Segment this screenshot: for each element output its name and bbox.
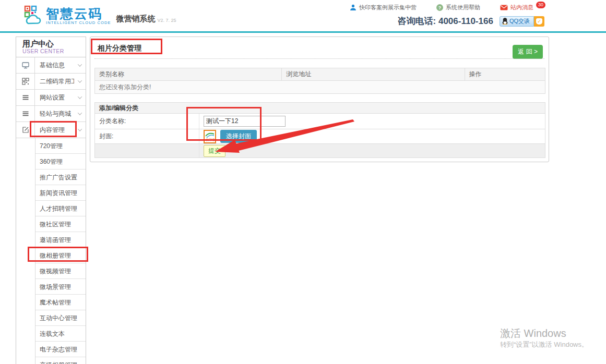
sidebar-subitem-720[interactable]: 720管理 [16, 138, 86, 154]
logo: 智慧云码 INTELLIGENT CLOUD CODE 微营销系统 V2. 7.… [24, 5, 176, 25]
sidebar-header: 用户中心 USER CENTER [16, 37, 86, 57]
mail-icon [500, 5, 508, 10]
sidebar-subitem-interaction[interactable]: 互动中心管理 [16, 310, 86, 326]
table-empty-row: 您还没有添加分类! [95, 81, 545, 94]
sidebar-subitem-promo-ads[interactable]: 推广广告设置 [16, 169, 86, 185]
qrcode-icon [16, 74, 35, 89]
empty-message: 您还没有添加分类! [95, 81, 545, 94]
sidebar-subitem-magic-post[interactable]: 魔术帖管理 [16, 295, 86, 310]
form-submit-row: 提交 [95, 144, 545, 158]
sidebar-title: 用户中心 [22, 39, 86, 48]
help-label: 系统使用帮助 [446, 4, 480, 11]
case-center-link[interactable]: 快印客案例展示集中营 [350, 4, 417, 11]
annotation-box-form-fields [186, 107, 262, 141]
verified-check-icon: ✓ [536, 18, 542, 25]
sidebar-subitem-community[interactable]: 微社区管理 [16, 216, 86, 232]
help-link[interactable]: ? 系统使用帮助 [436, 4, 480, 11]
brand-tagline: INTELLIGENT CLOUD CODE [46, 20, 111, 25]
sidebar-menu: 基础信息 二维码常用工具 网站设置 轻站与商城 内容管理 720管理 360管理… [16, 57, 86, 364]
sidebar-item-qrcode-tools[interactable]: 二维码常用工具 [16, 74, 86, 90]
windows-activation-subtitle: 转到“设置”以激活 Windows。 [500, 340, 588, 349]
col-category-name: 类别名称 [95, 68, 282, 81]
sidebar-subitem-360[interactable]: 360管理 [16, 154, 86, 169]
consult-phone: 咨询电话: 4006-110-166 [398, 15, 493, 27]
category-name-label: 分类名称: [95, 114, 199, 129]
qq-chat-button[interactable]: QQ交谈 ✓ [500, 16, 544, 27]
sidebar-subitem-e-magazine[interactable]: 电子杂志管理 [16, 342, 86, 357]
annotation-box-content-mgmt [30, 121, 77, 137]
top-header: 智慧云码 INTELLIGENT CLOUD CODE 微营销系统 V2. 7.… [0, 0, 606, 31]
chevron-down-icon [74, 74, 86, 89]
case-center-label: 快印客案例展示集中营 [359, 4, 417, 11]
sidebar-subitem-serial-text[interactable]: 连载文本 [16, 326, 86, 342]
sidebar-subitem-advanced-album[interactable]: 高级相册管理 [16, 357, 86, 364]
header-phone-row: 咨询电话: 4006-110-166 QQ交谈 ✓ [398, 15, 544, 27]
header-links: 快印客案例展示集中营 ? 系统使用帮助 站内消息 30 [350, 4, 545, 11]
sidebar-subitem-recruit[interactable]: 人才招聘管理 [16, 201, 86, 216]
list-icon [16, 90, 35, 105]
photo-category-panel: 相片分类管理 返 回 > 类别名称 浏览地址 操作 您还没有添加分类! 添加/编… [90, 37, 549, 162]
sidebar-item-basic-info[interactable]: 基础信息 [16, 57, 86, 74]
sidebar-subitem-news[interactable]: 新闻资讯管理 [16, 185, 86, 201]
sidebar-item-site-settings[interactable]: 网站设置 [16, 90, 86, 106]
sidebar-subitem-video[interactable]: 微视频管理 [16, 263, 86, 279]
submit-button[interactable]: 提交 [204, 145, 225, 157]
form-header: 添加/编辑分类 [95, 103, 545, 114]
chevron-down-icon [74, 90, 86, 105]
form-header-row: 添加/编辑分类 [95, 103, 545, 114]
dotted-divider [94, 58, 544, 59]
back-button[interactable]: 返 回 > [513, 45, 543, 59]
messages-label: 站内消息 [510, 4, 533, 11]
cloud-qrcode-logo-icon [24, 5, 43, 25]
category-table: 类别名称 浏览地址 操作 您还没有添加分类! [94, 68, 545, 94]
annotation-box-title [91, 39, 162, 54]
add-edit-form: 添加/编辑分类 分类名称: 封面: 快印客 选择封面 [94, 102, 545, 158]
list-icon [16, 106, 35, 122]
qq-chat-label: QQ交谈 [509, 17, 530, 25]
product-version: V2. 7. 25 [158, 18, 176, 23]
sidebar-subitem-invitation[interactable]: 邀请函管理 [16, 232, 86, 248]
form-cover-row: 封面: 快印客 选择封面 [95, 129, 545, 144]
monitor-icon [16, 57, 35, 73]
messages-count-badge: 30 [536, 2, 545, 8]
user-icon [350, 4, 357, 11]
messages-link[interactable]: 站内消息 30 [500, 4, 545, 11]
table-header-row: 类别名称 浏览地址 操作 [95, 68, 545, 81]
brand-name: 智慧云码 [46, 7, 111, 20]
teal-divider [0, 31, 606, 33]
chevron-down-icon [74, 106, 86, 122]
help-icon: ? [436, 4, 443, 11]
product-name: 微营销系统 [116, 14, 156, 24]
form-name-row: 分类名称: [95, 114, 545, 129]
windows-activation-title: 激活 Windows [500, 326, 566, 341]
annotation-box-photo-album [28, 247, 88, 262]
sidebar-subtitle: USER CENTER [22, 48, 86, 54]
qq-penguin-icon [502, 18, 508, 25]
sidebar-subitem-scene[interactable]: 微场景管理 [16, 279, 86, 295]
chevron-down-icon [74, 57, 86, 73]
col-actions: 操作 [465, 68, 545, 81]
sidebar-item-lite-site-mall[interactable]: 轻站与商城 [16, 106, 86, 122]
col-browse-url: 浏览地址 [282, 68, 465, 81]
cover-label: 封面: [95, 129, 199, 144]
